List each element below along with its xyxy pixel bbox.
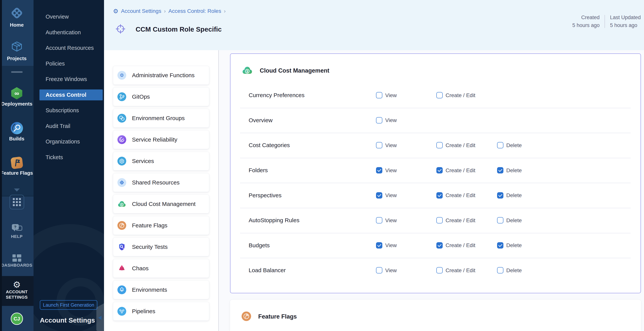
shield-magnifier-icon: [118, 242, 126, 251]
rail-item-builds[interactable]: Builds: [0, 122, 34, 142]
permission-row-perspectives: Perspectives View Create / Edit Delete: [230, 183, 640, 208]
category-chaos[interactable]: Chaos: [113, 259, 209, 278]
nav-item-tickets[interactable]: Tickets: [34, 150, 104, 165]
create-edit-checkbox[interactable]: [436, 242, 443, 248]
launch-first-generation-button[interactable]: Launch First Generation: [40, 300, 97, 310]
resource-name: Perspectives: [249, 192, 282, 199]
nav-item-policies[interactable]: Policies: [34, 56, 104, 72]
infinity-hexagon-icon: ∞: [11, 87, 23, 100]
category-shared-resources[interactable]: Shared Resources: [113, 173, 209, 192]
cube-icon: [10, 50, 24, 54]
delete-checkbox[interactable]: [497, 142, 504, 148]
view-checkbox[interactable]: [376, 242, 382, 248]
collapse-panel-arrow-icon[interactable]: [98, 316, 102, 320]
rail-item-account-settings[interactable]: ⚙ ACCOUNT SETTINGS: [0, 280, 34, 300]
resource-category-list: ⚙ Administrative Functions GitOps Enviro…: [104, 50, 219, 331]
perm-slot-view: View: [376, 267, 397, 274]
delete-checkbox[interactable]: [497, 217, 504, 224]
nav-item-audit-trail[interactable]: Audit Trail: [34, 118, 104, 134]
cloud-cost-management-panel: $ Cloud Cost Management Currency Prefere…: [230, 54, 641, 293]
permission-rows: Currency Preferences View Create / Edit: [230, 83, 640, 283]
rail-item-dashboards[interactable]: DASHBOARDS: [0, 254, 34, 268]
create-edit-checkbox[interactable]: [436, 167, 443, 174]
category-gitops[interactable]: GitOps: [113, 87, 209, 106]
breadcrumb-separator: ›: [224, 8, 226, 14]
rail-item-help[interactable]: HELP: [0, 224, 34, 239]
nav-item-account-resources[interactable]: Account Resources: [34, 40, 104, 56]
harness-logo-icon: [10, 17, 24, 20]
breadcrumb-access-control-roles[interactable]: Access Control: Roles: [168, 8, 221, 14]
rail-item-label-line2: SETTINGS: [0, 295, 34, 300]
category-security-tests[interactable]: Security Tests: [113, 238, 209, 256]
rail-item-home[interactable]: Home: [0, 6, 34, 28]
chevron-down-icon: [14, 188, 20, 192]
view-checkbox[interactable]: [376, 92, 382, 98]
dashboards-grid-icon: [12, 254, 21, 262]
permission-row-autostopping-rules: AutoStopping Rules View Create / Edit De…: [230, 208, 640, 233]
rail-item-projects[interactable]: Projects: [0, 40, 34, 62]
view-checkbox[interactable]: [376, 142, 382, 148]
delete-checkbox[interactable]: [497, 242, 504, 248]
create-edit-checkbox[interactable]: [436, 142, 443, 148]
view-checkbox[interactable]: [376, 192, 382, 198]
nav-item-overview[interactable]: Overview: [34, 9, 104, 25]
category-services[interactable]: Services: [113, 152, 209, 170]
help-chat-icon: [12, 224, 22, 233]
view-checkbox[interactable]: [376, 217, 382, 224]
delete-checkbox[interactable]: [497, 192, 504, 198]
delete-checkbox[interactable]: [497, 167, 504, 174]
perm-slot-view: View: [376, 242, 397, 248]
perm-slot-create-edit: Create / Edit: [436, 192, 476, 198]
view-checkbox[interactable]: [376, 267, 382, 274]
rail-item-label: HELP: [0, 234, 34, 239]
perm-slot-delete: Delete: [497, 267, 522, 274]
nav-item-authentication[interactable]: Authentication: [34, 25, 104, 40]
delete-checkbox[interactable]: [497, 267, 504, 274]
flag-icon: [10, 156, 23, 169]
perm-slot-delete: Delete: [497, 217, 522, 224]
view-checkbox[interactable]: [376, 117, 382, 123]
account-settings-nav: Overview Authentication Account Resource…: [34, 0, 104, 331]
chaos-pinwheel-icon: [118, 264, 126, 273]
category-cloud-cost-management[interactable]: $ Cloud Cost Management: [113, 194, 209, 214]
title-row: CCM Custom Role Specific: [115, 23, 222, 35]
resource-name: Folders: [249, 167, 268, 174]
create-edit-checkbox[interactable]: [436, 92, 443, 98]
create-edit-checkbox[interactable]: [436, 217, 443, 224]
nav-item-freeze-windows[interactable]: Freeze Windows: [34, 72, 104, 87]
perm-slot-view: View: [376, 192, 397, 198]
rail-item-deployments[interactable]: ∞ Deployments: [0, 87, 34, 107]
permissions-area: $ Cloud Cost Management Currency Prefere…: [219, 50, 644, 331]
breadcrumb-account-settings[interactable]: Account Settings: [121, 8, 161, 14]
cloud-dollar-icon: $: [118, 200, 126, 208]
module-picker-button[interactable]: [0, 195, 34, 209]
category-administrative-functions[interactable]: ⚙ Administrative Functions: [113, 66, 209, 85]
rail-item-label: Home: [0, 22, 34, 28]
role-crosshair-icon: [115, 23, 126, 35]
rail-item-feature-flags[interactable]: Feature Flags: [0, 157, 34, 176]
panel-title: Cloud Cost Management: [260, 67, 329, 74]
perm-slot-view: View: [376, 92, 397, 98]
settings-gear-icon: ⚙: [113, 8, 118, 14]
create-edit-checkbox[interactable]: [436, 267, 443, 274]
create-edit-checkbox[interactable]: [436, 192, 443, 198]
rail-expand-chevron[interactable]: [0, 188, 34, 192]
category-environment-groups[interactable]: Environment Groups: [113, 109, 209, 128]
nav-item-access-control[interactable]: Access Control: [34, 87, 104, 103]
category-feature-flags[interactable]: Feature Flags: [113, 216, 209, 235]
category-environments[interactable]: Environments: [113, 280, 209, 299]
flag-circle-icon: [241, 311, 251, 322]
view-checkbox[interactable]: [376, 167, 382, 174]
perm-slot-create-edit: Create / Edit: [436, 217, 476, 224]
category-pipelines[interactable]: Pipelines: [113, 302, 209, 321]
perm-slot-create-edit: Create / Edit: [436, 242, 476, 248]
permission-row-cost-categories: Cost Categories View Create / Edit Delet…: [230, 133, 640, 158]
page-title: CCM Custom Role Specific: [136, 26, 222, 33]
avatar[interactable]: CJ: [11, 312, 23, 325]
build-magnifier-icon: [11, 122, 23, 134]
nav-item-subscriptions[interactable]: Subscriptions: [34, 103, 104, 118]
nav-item-organizations[interactable]: Organizations: [34, 134, 104, 150]
perm-slot-delete: Delete: [497, 142, 522, 148]
category-service-reliability[interactable]: Service Reliability: [113, 130, 209, 149]
breadcrumb-separator: ›: [164, 8, 166, 14]
